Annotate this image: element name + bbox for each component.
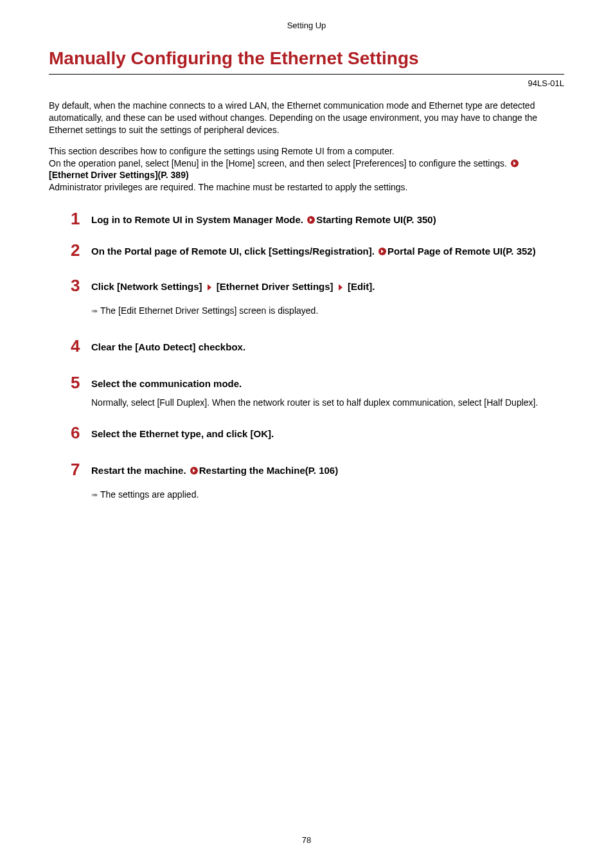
step-number: 6	[71, 423, 80, 443]
step-7: 7 Restart the machine. Restarting the Ma…	[71, 464, 564, 501]
step-result: ➠The settings are applied.	[91, 489, 564, 501]
ethernet-driver-link[interactable]: [Ethernet Driver Settings](P. 389)	[49, 170, 189, 180]
restarting-machine-link[interactable]: Restarting the Machine(P. 106)	[199, 465, 338, 476]
intro-p2-line1: This section describes how to configure …	[49, 146, 395, 156]
intro-block: By default, when the machine connects to…	[49, 100, 564, 194]
step-title: On the Portal page of Remote UI, click […	[91, 244, 564, 258]
step-title-text: Select the communication mode.	[91, 378, 242, 389]
intro-p2-line3: Administrator privileges are required. T…	[49, 182, 407, 192]
step-result: ➠The [Edit Ethernet Driver Settings] scr…	[91, 305, 564, 317]
step-title: Log in to Remote UI in System Manager Mo…	[91, 213, 564, 226]
page-number: 78	[0, 835, 613, 845]
intro-paragraph-2: This section describes how to configure …	[49, 145, 564, 194]
step-title: Click [Network Settings] [Ethernet Drive…	[91, 280, 564, 293]
step-6: 6 Select the Ethernet type, and click [O…	[71, 427, 564, 440]
step-1: 1 Log in to Remote UI in System Manager …	[71, 213, 564, 226]
link-icon[interactable]	[307, 216, 315, 224]
step-number: 3	[71, 276, 80, 296]
intro-paragraph-1: By default, when the machine connects to…	[49, 100, 564, 136]
doc-code: 94LS-01L	[49, 78, 564, 88]
step-4: 4 Clear the [Auto Detect] checkbox.	[71, 340, 564, 354]
steps-list: 1 Log in to Remote UI in System Manager …	[49, 213, 564, 501]
step-title-part-3: [Edit].	[345, 281, 375, 292]
step-number: 4	[71, 336, 80, 356]
page-header: Setting Up	[0, 0, 613, 48]
step-title-part-1: Click [Network Settings]	[91, 281, 205, 292]
link-icon[interactable]	[378, 248, 386, 255]
step-number: 2	[71, 240, 80, 260]
result-arrow-icon: ➠	[91, 306, 98, 316]
step-3: 3 Click [Network Settings] [Ethernet Dri…	[71, 280, 564, 317]
link-icon[interactable]	[190, 467, 198, 475]
step-title-text: Select the Ethernet type, and click [OK]…	[91, 428, 274, 439]
step-number: 7	[71, 460, 80, 480]
step-5: 5 Select the communication mode. Normall…	[71, 377, 564, 409]
step-result-text: The settings are applied.	[100, 489, 199, 500]
step-title: Restart the machine. Restarting the Mach…	[91, 464, 564, 477]
triangle-separator-icon	[208, 284, 211, 291]
content-area: Manually Configuring the Ethernet Settin…	[0, 48, 613, 501]
step-number: 5	[71, 373, 80, 393]
step-title-text: Restart the machine.	[91, 465, 189, 476]
step-title-part-2: [Ethernet Driver Settings]	[214, 281, 336, 292]
intro-p2-line2: On the operation panel, select [Menu] in…	[49, 158, 510, 168]
step-title-text: Clear the [Auto Detect] checkbox.	[91, 341, 245, 352]
link-icon[interactable]	[511, 159, 519, 167]
step-title-text: Log in to Remote UI in System Manager Mo…	[91, 214, 306, 225]
step-title: Select the Ethernet type, and click [OK]…	[91, 427, 564, 440]
result-arrow-icon: ➠	[91, 490, 98, 500]
portal-page-link[interactable]: Portal Page of Remote UI(P. 352)	[387, 246, 536, 257]
step-title: Select the communication mode.	[91, 377, 564, 390]
step-number: 1	[71, 209, 80, 229]
step-2: 2 On the Portal page of Remote UI, click…	[71, 244, 564, 258]
step-title-text: On the Portal page of Remote UI, click […	[91, 246, 377, 257]
step-result-text: The [Edit Ethernet Driver Settings] scre…	[100, 305, 318, 316]
step-body: Normally, select [Full Duplex]. When the…	[91, 397, 564, 409]
page-title: Manually Configuring the Ethernet Settin…	[49, 48, 564, 75]
step-title: Clear the [Auto Detect] checkbox.	[91, 340, 564, 354]
starting-remote-ui-link[interactable]: Starting Remote UI(P. 350)	[316, 214, 436, 225]
triangle-separator-icon	[339, 284, 342, 291]
